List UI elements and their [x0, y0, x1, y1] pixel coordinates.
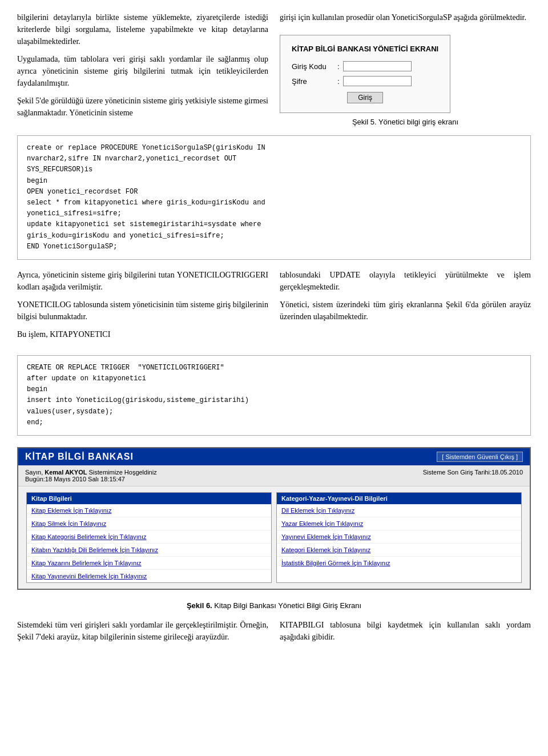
kbb-date: Bugün:18 Mayıs 2010 Salı 18:15:47: [25, 476, 157, 482]
giris-button[interactable]: Giriş: [347, 92, 383, 103]
kbb-kategori-item-1[interactable]: Yazar Eklemek İçin Tıklayınız: [277, 517, 521, 530]
middle-right-para2: Yönetici, sistem üzerindeki tüm giriş ek…: [280, 299, 531, 323]
kbb-kategori-header: Kategori-Yazar-Yayınevi-Dil Bilgileri: [277, 493, 521, 504]
top-right-para1: girişi için kullanılan prosedür olan Yon…: [280, 11, 531, 23]
sifre-field-row: Şifre :: [292, 76, 438, 86]
kbb-kitap-item-3[interactable]: Kitabın Yazıldığı Dili Belirlemek İçin T…: [27, 544, 271, 557]
kbb-user-info: Sayın, Kemal AKYOL Sistemimize Hoşgeldin…: [25, 469, 157, 482]
sekil5-caption: Şekil 5. Yönetici bilgi giriş ekranı: [280, 118, 531, 126]
top-left-para3: Şekil 5'de görüldüğü üzere yöneticinin s…: [17, 95, 268, 119]
top-right-column: girişi için kullanılan prosedür olan Yon…: [280, 11, 531, 126]
bottom-left-para1: Sistemdeki tüm veri girişleri saklı yord…: [17, 619, 268, 643]
trigger-code-box: CREATE OR REPLACE TRIGGER "YONETICILOGTR…: [17, 355, 531, 436]
kbb-kategori-item-2[interactable]: Yayınevi Eklemek İçin Tıklayınız: [277, 530, 521, 544]
kbb-kitap-header: Kitap Bilgileri: [27, 493, 271, 504]
kod-label: Giriş Kodu: [292, 62, 337, 71]
bottom-section: Sistemdeki tüm veri girişleri saklı yord…: [17, 619, 531, 649]
sifre-label: Şifre: [292, 77, 337, 86]
sekil6-label: Şekil 6.: [187, 601, 212, 610]
bottom-right-para1: KITAPBILGI tablosuna bilgi kaydetmek içi…: [280, 619, 531, 643]
kbb-subheader: Sayın, Kemal AKYOL Sistemimize Hoşgeldin…: [18, 465, 530, 486]
middle-left-para3: Bu işlem, KITAPYONETICI: [17, 328, 268, 340]
middle-right-column: tablosundaki UPDATE olayıyla tetikleyici…: [280, 269, 531, 346]
kbb-kitap-item-5[interactable]: Kitap Yayınevini Belirlemek İçin Tıklayı…: [27, 570, 271, 582]
procedure-code-box: create or replace PROCEDURE YoneticiSorg…: [17, 135, 531, 260]
kod-colon: :: [337, 62, 340, 71]
kbb-kitap-item-2[interactable]: Kitap Kategorisi Belirlemek İçin Tıklayı…: [27, 530, 271, 544]
middle-left-column: Ayrıca, yöneticinin sisteme giriş bilgil…: [17, 269, 268, 346]
kbb-user-name: Kemal AKYOL: [45, 469, 87, 476]
middle-section: Ayrıca, yöneticinin sisteme giriş bilgil…: [17, 269, 531, 346]
kod-field-row: Giriş Kodu :: [292, 61, 438, 71]
login-box-title: KİTAP BİLGİ BANKASI YÖNETİCİ EKRANI: [292, 45, 438, 53]
sifre-input[interactable]: [343, 76, 412, 86]
sekil6-caption: Şekil 6. Kitap Bilgi Bankası Yönetici Bi…: [17, 601, 531, 610]
bottom-right-column: KITAPBILGI tablosuna bilgi kaydetmek içi…: [280, 619, 531, 649]
kbb-title: KİTAP BİLGİ BANKASI: [25, 452, 134, 462]
bottom-left-column: Sistemdeki tüm veri girişleri saklı yord…: [17, 619, 268, 649]
sekil6-text: Kitap Bilgi Bankası Yönetici Bilgi Giriş…: [214, 601, 361, 610]
kbb-body: Kitap Bilgileri Kitap Eklemek İçin Tıkla…: [18, 486, 530, 589]
kbb-header: KİTAP BİLGİ BANKASI [ Sistemden Güvenli …: [18, 448, 530, 465]
kbb-last-login: Sisteme Son Giriş Tarihi:18.05.2010: [423, 469, 523, 482]
middle-right-para1: tablosundaki UPDATE olayıyla tetikleyici…: [280, 269, 531, 293]
kbb-kategori-item-3[interactable]: Kategori Eklemek İçin Tıklayınız: [277, 544, 521, 557]
kbb-kitap-item-4[interactable]: Kitap Yazarını Belirlemek İçin Tıklayını…: [27, 557, 271, 570]
kbb-kategori-section: Kategori-Yazar-Yayınevi-Dil Bilgileri Di…: [276, 492, 522, 583]
kbb-kategori-item-0[interactable]: Dil Eklemek İçin Tıklayınız: [277, 504, 521, 517]
kbb-panel: KİTAP BİLGİ BANKASI [ Sistemden Güvenli …: [17, 447, 531, 590]
kod-input[interactable]: [343, 61, 412, 71]
login-box: KİTAP BİLGİ BANKASI YÖNETİCİ EKRANI Giri…: [280, 35, 450, 113]
top-left-para1: bilgilerini detaylarıyla birlikte sistem…: [17, 11, 268, 47]
middle-left-para2: YONETICILOG tablosunda sistem yöneticisi…: [17, 299, 268, 323]
kbb-logout[interactable]: [ Sistemden Güvenli Çıkış ]: [437, 452, 523, 462]
kbb-kitap-section: Kitap Bilgileri Kitap Eklemek İçin Tıkla…: [26, 492, 272, 583]
middle-left-para1: Ayrıca, yöneticinin sisteme giriş bilgil…: [17, 269, 268, 293]
top-left-column: bilgilerini detaylarıyla birlikte sistem…: [17, 11, 268, 126]
sifre-colon: :: [337, 77, 340, 86]
kbb-kitap-item-0[interactable]: Kitap Eklemek İçin Tıklayınız: [27, 504, 271, 517]
top-left-para2: Uygulamada, tüm tablolara veri girişi sa…: [17, 53, 268, 89]
login-btn-row: Giriş: [292, 92, 438, 103]
kbb-kitap-item-1[interactable]: Kitap Silmek İçin Tıklayınız: [27, 517, 271, 530]
kbb-user-greeting: Sayın, Kemal AKYOL Sistemimize Hoşgeldin…: [25, 469, 157, 476]
kbb-kategori-item-4[interactable]: İstatistik Bilgileri Görmek İçin Tıklayı…: [277, 557, 521, 569]
